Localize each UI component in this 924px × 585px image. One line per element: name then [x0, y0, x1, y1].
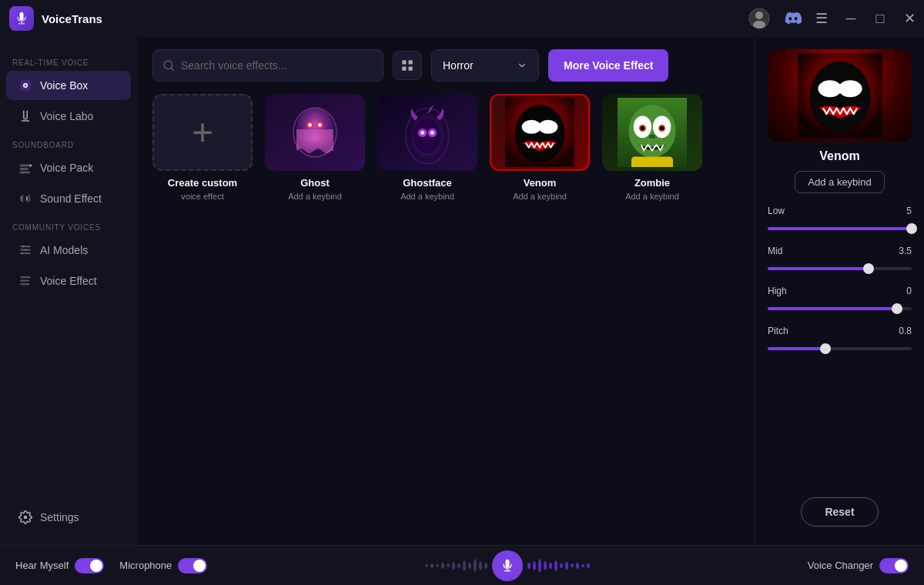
- ghostface-card[interactable]: Ghostface Add a keybind: [377, 94, 477, 201]
- close-icon[interactable]: ✕: [904, 13, 915, 24]
- settings-item[interactable]: Settings: [6, 503, 131, 532]
- wave-dot: [576, 563, 579, 569]
- svg-point-37: [420, 131, 424, 135]
- mid-label: Mid: [768, 246, 791, 256]
- sidebar-item-voice-pack[interactable]: Voice Pack: [6, 153, 131, 182]
- more-voice-effect-button[interactable]: More Voice Effect: [548, 49, 668, 82]
- menu-icon[interactable]: ☰: [816, 13, 827, 24]
- selected-voice-image: [768, 49, 912, 142]
- minimize-icon[interactable]: ─: [845, 13, 856, 24]
- sidebar-community-section: COMMUNITY VOICES: [0, 214, 137, 235]
- svg-rect-19: [20, 283, 29, 285]
- wave-dot: [571, 563, 574, 567]
- wave-dot: [554, 560, 557, 571]
- right-wave: [527, 559, 590, 573]
- low-label: Low: [768, 206, 791, 216]
- mid-fill: [768, 267, 869, 270]
- profile-icon[interactable]: [748, 8, 770, 29]
- zombie-card-label: Zombie: [634, 177, 670, 189]
- wave-dot: [587, 563, 590, 568]
- voice-changer-knob: [895, 560, 907, 572]
- grid-toggle[interactable]: [393, 51, 422, 80]
- sidebar-item-sound-effect[interactable]: Sound Effect: [6, 184, 131, 213]
- pitch-slider[interactable]: [768, 341, 912, 356]
- sidebar-item-ai-models[interactable]: AI Models: [6, 236, 131, 265]
- category-dropdown[interactable]: Horror: [431, 49, 539, 82]
- hear-myself-knob: [90, 560, 102, 572]
- low-slider[interactable]: [768, 221, 912, 236]
- venom-card-label: Venom: [524, 177, 557, 189]
- mid-thumb[interactable]: [863, 263, 874, 274]
- pitch-thumb[interactable]: [820, 343, 831, 354]
- svg-point-50: [641, 126, 644, 130]
- create-card-label: Create custom: [168, 177, 237, 189]
- svg-rect-22: [402, 60, 406, 64]
- settings-label: Settings: [40, 511, 79, 523]
- wave-dot: [581, 564, 584, 567]
- svg-point-31: [318, 123, 322, 127]
- high-value: 0: [906, 286, 912, 296]
- window-controls: ☰ ─ □ ✕: [748, 8, 915, 29]
- svg-rect-24: [402, 67, 406, 71]
- cards-area: + Create custom voice effect: [137, 94, 755, 201]
- high-thumb[interactable]: [892, 303, 902, 314]
- svg-rect-18: [20, 280, 27, 282]
- wave-dot: [474, 559, 477, 573]
- sidebar-item-voice-labo[interactable]: Voice Labo: [6, 102, 131, 131]
- pitch-track: [768, 347, 912, 350]
- wave-dot: [560, 563, 563, 568]
- svg-point-41: [515, 105, 565, 163]
- mic-button[interactable]: [492, 550, 523, 581]
- wave-dot: [533, 561, 536, 570]
- zombie-card[interactable]: Zombie Add a keybind: [602, 94, 702, 201]
- right-panel: Venom Add a keybind Low 5 Mid 3.5 High: [755, 37, 924, 545]
- svg-point-51: [660, 126, 664, 130]
- low-value: 5: [906, 206, 912, 216]
- mid-slider[interactable]: [768, 261, 912, 276]
- wave-dot: [538, 559, 541, 573]
- sidebar-item-voice-effect[interactable]: Voice Effect: [6, 266, 131, 296]
- low-thumb[interactable]: [906, 223, 917, 234]
- discord-icon[interactable]: [782, 8, 804, 29]
- high-slider[interactable]: [768, 301, 912, 316]
- search-icon: [162, 59, 175, 72]
- svg-rect-53: [631, 157, 673, 168]
- category-label: Horror: [443, 59, 474, 72]
- ghostface-card-label: Ghostface: [403, 177, 452, 189]
- svg-point-14: [22, 246, 24, 247]
- ghost-card-keybind: Add a keybind: [288, 192, 342, 201]
- svg-point-55: [809, 62, 870, 132]
- bottombar: Hear Myself Microphone: [0, 545, 924, 585]
- ghost-card[interactable]: Ghost Add a keybind: [265, 94, 365, 201]
- voice-changer-label: Voice Changer: [808, 560, 873, 571]
- maximize-icon[interactable]: □: [875, 13, 886, 24]
- microphone-toggle[interactable]: [178, 558, 207, 573]
- sidebar-item-voice-box[interactable]: Voice Box: [6, 71, 131, 100]
- sidebar-sound-effect-label: Sound Effect: [40, 192, 102, 205]
- search-input[interactable]: [181, 59, 373, 72]
- toolbar: Horror More Voice Effect: [137, 37, 755, 94]
- titlebar: VoiceTrans ☰ ─ □ ✕: [0, 0, 924, 37]
- svg-point-52: [649, 135, 656, 139]
- add-keybind-button[interactable]: Add a keybind: [795, 171, 884, 193]
- create-card-image: +: [152, 94, 253, 171]
- microphone-knob: [193, 560, 206, 572]
- wave-dot: [441, 563, 444, 569]
- reset-button[interactable]: Reset: [801, 497, 878, 526]
- mid-value: 3.5: [899, 246, 912, 256]
- mid-track: [768, 267, 912, 270]
- wave-dot: [452, 562, 455, 570]
- sidebar: REAL-TIME VOICE Voice Box Voice Labo SOU…: [0, 37, 137, 545]
- svg-rect-23: [409, 60, 413, 64]
- create-card[interactable]: + Create custom voice effect: [152, 94, 253, 201]
- hear-myself-toggle[interactable]: [75, 558, 104, 573]
- search-box[interactable]: [152, 49, 383, 82]
- pitch-label: Pitch: [768, 326, 792, 336]
- voice-changer-toggle[interactable]: [879, 558, 909, 573]
- wave-dot: [549, 563, 552, 569]
- wave-dot: [527, 563, 531, 569]
- ghost-card-image: [265, 94, 365, 171]
- sidebar-voice-box-label: Voice Box: [40, 79, 88, 92]
- venom-card[interactable]: Venom Add a keybind: [490, 94, 590, 201]
- svg-point-6: [24, 115, 28, 119]
